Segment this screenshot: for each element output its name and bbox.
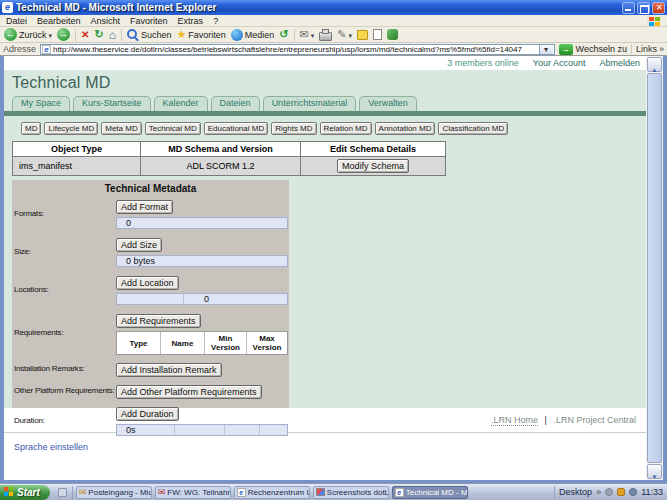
mail-dropdown-icon[interactable] (311, 30, 315, 40)
home-button[interactable] (109, 28, 116, 42)
md-button-md[interactable]: MD (21, 122, 41, 135)
add-location-button[interactable]: Add Location (116, 276, 179, 290)
address-input[interactable]: http://www.theservice.de/dotlrn/classes/… (40, 44, 555, 55)
menu-hilfe[interactable]: ? (213, 16, 218, 26)
task-button-posteingang[interactable]: Posteingang - Micros... (76, 486, 152, 499)
minimize-button[interactable] (622, 2, 635, 14)
back-button[interactable]: Zurück (4, 28, 52, 41)
req-col-max-version: Max Version (247, 332, 287, 354)
print-button[interactable] (319, 32, 332, 41)
md-button-relation[interactable]: Relation MD (320, 122, 372, 135)
lrn-project-central-link[interactable]: .LRN Project Central (553, 415, 636, 425)
add-other-platform-requirements-button[interactable]: Add Other Platform Requirements (116, 385, 262, 399)
scrollbar-thumb[interactable] (647, 73, 662, 463)
logout-link[interactable]: Abmelden (599, 58, 640, 68)
locations-empty-cell (117, 294, 184, 304)
md-button-technical[interactable]: Technical MD (145, 122, 201, 135)
start-windows-logo-icon (4, 487, 14, 497)
menu-bar: Datei Bearbeiten Ansicht Favoriten Extra… (0, 15, 667, 27)
history-button[interactable] (279, 28, 288, 41)
scroll-down-arrow[interactable] (647, 464, 662, 479)
menu-datei[interactable]: Datei (6, 16, 27, 26)
schema-table: Object Type MD Schema and Version Edit S… (12, 141, 446, 176)
window-controls (622, 2, 665, 14)
vertical-scrollbar[interactable] (646, 56, 663, 480)
task-button-rechenzentrum[interactable]: Rechenzentrum Uni K... (234, 486, 310, 499)
scroll-up-arrow[interactable] (647, 57, 662, 72)
media-globe-icon (231, 29, 243, 41)
forward-button[interactable] (57, 28, 70, 41)
links-toolbar[interactable]: Links (631, 44, 664, 54)
mail-icon (300, 28, 309, 41)
quick-launch-icon[interactable] (58, 488, 67, 497)
tab-verwalten[interactable]: Verwalten (359, 96, 417, 111)
md-button-lifecycle[interactable]: Lifecycle MD (44, 122, 98, 135)
schema-table-header: Object Type MD Schema and Version Edit S… (13, 142, 445, 156)
go-button[interactable]: Wechseln zu (559, 44, 627, 55)
discuss-button[interactable] (357, 30, 368, 40)
edit-dropdown-icon[interactable] (349, 30, 353, 40)
tab-kurs-startseite[interactable]: Kurs-Startseite (73, 96, 151, 111)
back-dropdown-icon[interactable] (49, 30, 53, 40)
installation-remarks-label: Installation Remarks: (12, 357, 116, 379)
mail-button[interactable] (300, 28, 315, 41)
md-button-annotation[interactable]: Annotation MD (375, 122, 436, 135)
add-duration-button[interactable]: Add Duration (116, 407, 179, 421)
back-label: Zurück (19, 30, 47, 40)
lrn-home-link[interactable]: .LRN Home (491, 415, 538, 426)
task-button-technical-md[interactable]: Technical MD - Micros... (392, 486, 468, 499)
language-settings-link[interactable]: Sprache einstellen (14, 442, 88, 452)
close-button[interactable] (652, 2, 665, 14)
refresh-button[interactable] (94, 28, 103, 41)
task-button-fw-wg-teilnahme[interactable]: FW: WG: Teilnahme v... (155, 486, 231, 499)
add-format-button[interactable]: Add Format (116, 200, 173, 214)
edit-button[interactable] (337, 28, 352, 41)
window-titlebar: Technical MD - Microsoft Internet Explor… (0, 0, 667, 15)
stop-button[interactable] (81, 29, 89, 40)
menu-ansicht[interactable]: Ansicht (91, 16, 121, 26)
start-label: Start (17, 487, 40, 498)
restore-button[interactable] (637, 2, 650, 14)
size-label: Size: (12, 232, 116, 270)
add-requirements-button[interactable]: Add Requirements (116, 314, 201, 328)
task-button-screenshots[interactable]: Screenshots dotLRN... (313, 486, 389, 499)
tray-icon-2[interactable] (617, 488, 625, 496)
tray-icon-1[interactable] (605, 488, 613, 496)
req-col-name: Name (161, 332, 205, 354)
your-account-link[interactable]: Your Account (533, 58, 586, 68)
edit-pencil-icon (337, 28, 346, 41)
search-button[interactable]: Suchen (127, 29, 172, 41)
media-button[interactable]: Medien (231, 29, 275, 41)
address-dropdown[interactable] (539, 44, 553, 55)
favorites-button[interactable]: Favoriten (176, 28, 225, 41)
menu-bearbeiten[interactable]: Bearbeiten (37, 16, 81, 26)
image-file-icon (316, 488, 325, 496)
tab-my-space[interactable]: My Space (12, 96, 70, 111)
menu-extras[interactable]: Extras (178, 16, 204, 26)
clock: 11:33 (641, 487, 663, 497)
start-button[interactable]: Start (0, 485, 50, 500)
browser-toolbar: Zurück Suchen Favoriten Medien (0, 27, 667, 43)
req-col-type: Type (117, 332, 161, 354)
md-button-rights[interactable]: Rights MD (271, 122, 316, 135)
messenger-button[interactable] (387, 29, 398, 40)
tray-icon-3[interactable] (629, 488, 637, 496)
ie-app-icon (2, 2, 13, 13)
taskbar: Start Posteingang - Micros... FW: WG: Te… (0, 483, 667, 500)
menu-favoriten[interactable]: Favoriten (130, 16, 168, 26)
tab-kalender[interactable]: Kalender (154, 96, 208, 111)
add-size-button[interactable]: Add Size (116, 238, 162, 252)
md-button-meta[interactable]: Meta MD (101, 122, 141, 135)
go-arrow-icon (559, 44, 573, 55)
md-button-educational[interactable]: Educational MD (204, 122, 268, 135)
research-button[interactable] (373, 29, 382, 40)
desktop-toolbar-label[interactable]: Desktop (559, 487, 592, 497)
system-tray: Desktop 11:33 (554, 486, 667, 499)
tab-dateien[interactable]: Dateien (211, 96, 260, 111)
modify-schema-button[interactable]: Modify Schema (337, 159, 409, 173)
desktop-chevron-icon[interactable] (596, 487, 601, 497)
tab-unterrichtsmaterial[interactable]: Unterrichtsmaterial (263, 96, 357, 111)
address-bar: Adresse http://www.theservice.de/dotlrn/… (0, 43, 667, 56)
add-installation-remark-button[interactable]: Add Installation Remark (116, 363, 222, 377)
md-button-classification[interactable]: Classification MD (438, 122, 508, 135)
